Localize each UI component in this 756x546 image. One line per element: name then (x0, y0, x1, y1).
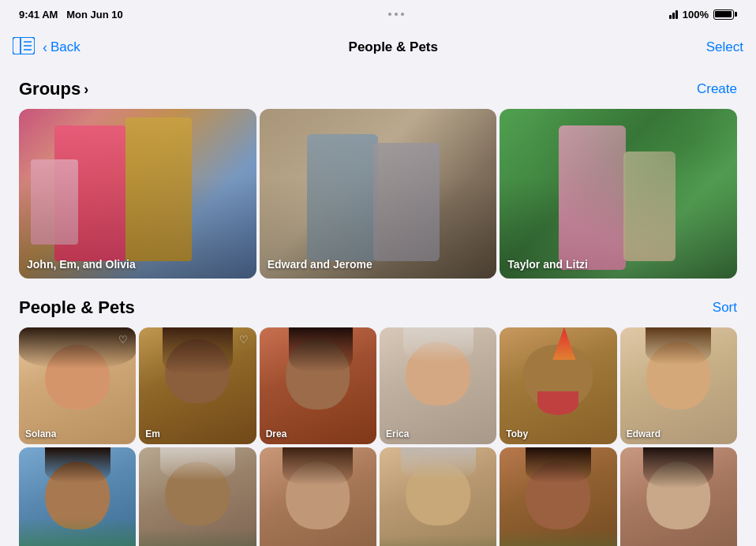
person-label-solana: Solana (25, 428, 56, 439)
person-card-r2c5[interactable] (500, 447, 616, 546)
group-photo-1 (19, 109, 256, 279)
person-photo-erica (380, 327, 496, 444)
sort-button[interactable]: Sort (713, 300, 737, 316)
person-card-edward[interactable]: Edward (620, 327, 737, 444)
person-card-r2c3[interactable] (260, 447, 376, 546)
content-area: Groups › Create John, Em, and Olivia (0, 66, 756, 546)
person-photo-r2c3 (260, 447, 376, 546)
person-card-r2c2[interactable] (139, 447, 256, 546)
person-photo-r2c4 (380, 447, 496, 546)
page-title: People & Pets (349, 39, 438, 55)
nav-bar: ‹ Back People & Pets Select (0, 28, 756, 66)
group-label-3: Taylor and Litzi (507, 258, 588, 271)
dot-2 (395, 13, 398, 16)
group-card-1[interactable]: John, Em, and Olivia (19, 109, 256, 279)
status-center-dots (388, 13, 404, 16)
status-time: 9:41 AM (19, 9, 58, 21)
group-photo-3 (500, 109, 737, 279)
groups-section-header: Groups › Create (19, 79, 737, 99)
people-grid: ♡ Solana ♡ Em Drea (19, 327, 737, 546)
group-label-2: Edward and Jerome (268, 258, 372, 271)
groups-title[interactable]: Groups › (19, 79, 88, 99)
person-photo-r2c5 (500, 447, 616, 546)
battery-tip (735, 12, 737, 17)
group-label-1: John, Em, and Olivia (27, 258, 136, 271)
create-button[interactable]: Create (697, 81, 737, 97)
dot-3 (401, 13, 404, 16)
person-card-erica[interactable]: Erica (380, 327, 496, 444)
heart-icon-em: ♡ (236, 332, 252, 348)
person-card-r2c6[interactable] (620, 447, 737, 546)
back-chevron-icon: ‹ (43, 39, 47, 56)
wifi-bar-2 (672, 13, 675, 19)
group-card-2[interactable]: Edward and Jerome (260, 109, 497, 279)
group-card-3[interactable]: Taylor and Litzi (500, 109, 737, 279)
person-card-r2c1[interactable] (19, 447, 136, 546)
groups-grid: John, Em, and Olivia Edward and Jerome (19, 109, 737, 279)
person-card-toby[interactable]: Toby (500, 327, 616, 444)
person-photo-r2c2 (139, 447, 256, 546)
back-label: Back (51, 39, 80, 55)
heart-icon-solana: ♡ (115, 332, 131, 348)
wifi-bar-3 (676, 10, 678, 19)
person-label-em: Em (145, 428, 160, 439)
person-card-r2c4[interactable] (380, 447, 496, 546)
nav-left: ‹ Back (13, 37, 80, 58)
groups-title-text: Groups (19, 79, 80, 99)
status-bar: 9:41 AM Mon Jun 10 100% (0, 0, 756, 28)
groups-chevron-icon: › (84, 81, 88, 98)
person-photo-drea (260, 327, 376, 444)
group-photo-2 (260, 109, 497, 279)
dot-1 (388, 13, 391, 16)
people-title-text: People & Pets (19, 297, 135, 318)
person-label-erica: Erica (386, 428, 409, 439)
status-date: Mon Jun 10 (66, 9, 123, 21)
person-label-drea: Drea (266, 428, 287, 439)
people-title: People & Pets (19, 297, 135, 318)
sidebar-icon (13, 37, 35, 54)
battery-body (713, 9, 734, 20)
person-photo-r2c6 (620, 447, 737, 546)
status-time-date: 9:41 AM Mon Jun 10 (19, 9, 123, 21)
person-card-drea[interactable]: Drea (260, 327, 376, 444)
person-label-toby: Toby (506, 428, 528, 439)
wifi-icon (669, 9, 678, 19)
battery-icon (713, 9, 737, 20)
wifi-bar-1 (669, 15, 672, 19)
person-label-edward: Edward (627, 428, 661, 439)
select-button[interactable]: Select (706, 39, 743, 55)
device-screen: 9:41 AM Mon Jun 10 100% (0, 0, 756, 546)
person-card-em[interactable]: ♡ Em (139, 327, 256, 444)
back-button[interactable]: ‹ Back (43, 39, 80, 56)
person-photo-r2c1 (19, 447, 136, 546)
person-card-solana[interactable]: ♡ Solana (19, 327, 136, 444)
battery-percent: 100% (683, 9, 709, 21)
person-photo-toby (500, 327, 616, 444)
battery-fill (715, 11, 732, 17)
status-right: 100% (669, 9, 737, 21)
people-section-header: People & Pets Sort (19, 297, 737, 318)
person-photo-edward (620, 327, 737, 444)
sidebar-toggle-button[interactable] (13, 37, 35, 58)
